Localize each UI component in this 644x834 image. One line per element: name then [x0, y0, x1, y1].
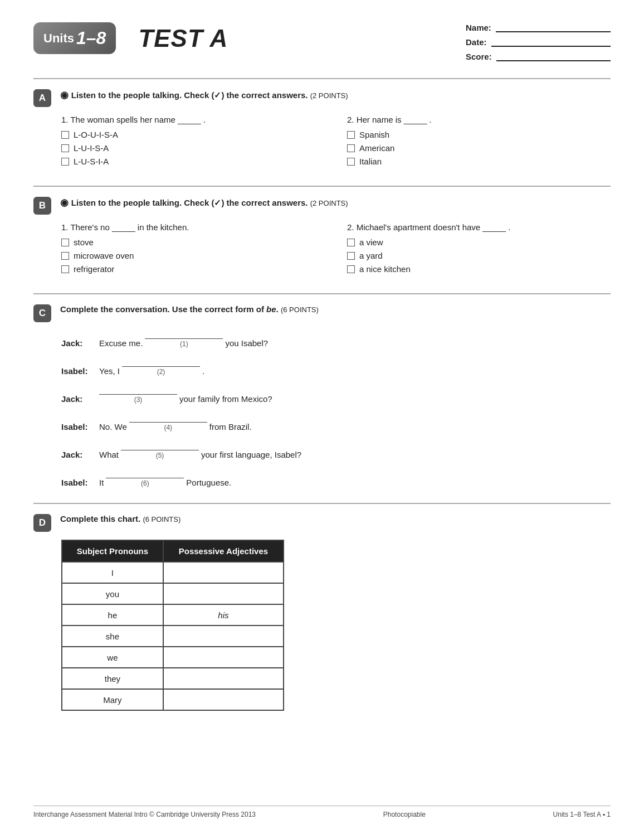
test-title: TEST A: [138, 25, 228, 52]
checkbox-icon[interactable]: [347, 131, 355, 139]
name-line: [496, 22, 611, 32]
pronoun-cell: we: [62, 647, 163, 668]
section-a: A ◉ Listen to the people talking. Check …: [33, 78, 611, 170]
section-a-badge: A: [33, 89, 51, 107]
section-b: B ◉ Listen to the people talking. Check …: [33, 186, 611, 278]
q2-text: 2. Her name is _____ .: [347, 115, 611, 124]
table-header-row: Subject Pronouns Possessive Adjectives: [62, 540, 284, 562]
b-q2-opt3: a nice kitchen: [347, 264, 611, 274]
b-q1-opt2: microwave oven: [61, 251, 325, 260]
checkbox-icon[interactable]: [61, 252, 69, 260]
table-row: we: [62, 647, 284, 668]
conv-text-5: What (5) your first language, Isabel?: [99, 442, 301, 459]
pronoun-cell: they: [62, 668, 163, 689]
a-q2-opt2: American: [347, 143, 611, 153]
blank-2: (2): [122, 358, 200, 376]
units-range: 1–8: [76, 28, 106, 49]
name-label: Name:: [466, 23, 491, 32]
checkbox-icon[interactable]: [61, 239, 69, 246]
checkbox-icon[interactable]: [61, 144, 69, 152]
table-row: Mary: [62, 689, 284, 710]
adjective-cell: [163, 583, 284, 604]
date-row: Date:: [466, 37, 611, 47]
checkbox-icon[interactable]: [61, 131, 69, 139]
date-line: [491, 37, 611, 47]
score-row: Score:: [466, 51, 611, 61]
section-b-instruction: ◉ Listen to the people talking. Check (✓…: [60, 196, 348, 210]
b-q1-text: 1. There's no _____ in the kitchen.: [61, 222, 325, 232]
conv-text-1: Excuse me. (1) you Isabel?: [99, 330, 268, 348]
section-d-badge: D: [33, 514, 51, 532]
conv-line-2: Isabel: Yes, I (2) .: [61, 358, 611, 376]
table-row: hehis: [62, 604, 284, 626]
footer-center: Photocopiable: [383, 811, 426, 818]
page-header: Units 1–8 TEST A Name: Date: Score:: [33, 22, 611, 61]
adjective-cell: [163, 668, 284, 689]
pronouns-chart: Subject Pronouns Possessive Adjectives I…: [61, 540, 284, 711]
blank-3: (3): [99, 386, 177, 404]
section-a-q2: 2. Her name is _____ . Spanish American …: [347, 115, 611, 170]
score-label: Score:: [466, 52, 492, 61]
section-b-q1: 1. There's no _____ in the kitchen. stov…: [61, 222, 325, 278]
checkbox-icon[interactable]: [347, 158, 355, 166]
b-q1-opt1: stove: [61, 237, 325, 247]
col-header-adjectives: Possessive Adjectives: [163, 540, 284, 562]
a-q1-opt1: L-O-U-I-S-A: [61, 130, 325, 139]
blank-5: (5): [121, 442, 199, 459]
conv-line-1: Jack: Excuse me. (1) you Isabel?: [61, 330, 611, 348]
q1-text: 1. The woman spells her name _____ .: [61, 115, 325, 124]
checkbox-icon[interactable]: [347, 265, 355, 273]
checkbox-icon[interactable]: [61, 158, 69, 166]
conv-text-4: No. We (4) from Brazil.: [99, 414, 252, 431]
page-footer: Interchange Assessment Material Intro © …: [33, 806, 611, 818]
adjective-cell: [163, 626, 284, 647]
a-q2-opt1: Spanish: [347, 130, 611, 139]
checkbox-icon[interactable]: [61, 265, 69, 273]
conv-text-2: Yes, I (2) .: [99, 358, 204, 376]
adjective-cell: [163, 689, 284, 710]
checkbox-icon[interactable]: [347, 252, 355, 260]
adjective-cell: his: [163, 604, 284, 626]
col-header-pronouns: Subject Pronouns: [62, 540, 163, 562]
section-d-instruction: Complete this chart. (6 POINTS): [60, 513, 180, 526]
section-a-instruction: ◉ Listen to the people talking. Check (✓…: [60, 88, 348, 103]
speaker-1: Jack:: [61, 338, 95, 348]
conv-line-6: Isabel: It (6) Portuguese.: [61, 469, 611, 487]
section-a-header: A ◉ Listen to the people talking. Check …: [33, 88, 611, 107]
title-area: Units 1–8 TEST A: [33, 22, 228, 54]
blank-6: (6): [106, 469, 184, 487]
audio-circle-icon: ◉: [60, 90, 71, 100]
pronoun-cell: Mary: [62, 689, 163, 710]
section-c-badge: C: [33, 304, 51, 322]
section-b-q2: 2. Michael's apartment doesn't have ____…: [347, 222, 611, 278]
a-q1-opt2: L-U-I-S-A: [61, 143, 325, 153]
section-b-badge: B: [33, 197, 51, 215]
speaker-4: Isabel:: [61, 422, 95, 431]
footer-right: Units 1–8 Test A ▪ 1: [553, 811, 611, 818]
name-fields: Name: Date: Score:: [466, 22, 611, 61]
section-c-instruction: Complete the conversation. Use the corre…: [60, 303, 319, 316]
pronoun-cell: he: [62, 604, 163, 626]
a-q1-opt3: L-U-S-I-A: [61, 157, 325, 166]
units-label: Units: [43, 31, 74, 46]
name-row: Name:: [466, 22, 611, 32]
b-q2-text: 2. Michael's apartment doesn't have ____…: [347, 222, 611, 232]
pronoun-cell: she: [62, 626, 163, 647]
date-label: Date:: [466, 37, 487, 47]
speaker-2: Isabel:: [61, 366, 95, 376]
checkbox-icon[interactable]: [347, 239, 355, 246]
conv-text-3: (3) your family from Mexico?: [99, 386, 272, 404]
speaker-3: Jack:: [61, 394, 95, 404]
b-q2-opt2: a yard: [347, 251, 611, 260]
checkbox-icon[interactable]: [347, 144, 355, 152]
table-row: you: [62, 583, 284, 604]
adjective-cell: [163, 647, 284, 668]
audio-circle-b-icon: ◉: [60, 197, 71, 208]
blank-4: (4): [129, 414, 207, 431]
section-b-questions: 1. There's no _____ in the kitchen. stov…: [61, 222, 611, 278]
conv-line-3: Jack: (3) your family from Mexico?: [61, 386, 611, 404]
table-row: I: [62, 562, 284, 583]
speaker-6: Isabel:: [61, 478, 95, 487]
section-d-header: D Complete this chart. (6 POINTS): [33, 513, 611, 532]
conv-line-4: Isabel: No. We (4) from Brazil.: [61, 414, 611, 431]
